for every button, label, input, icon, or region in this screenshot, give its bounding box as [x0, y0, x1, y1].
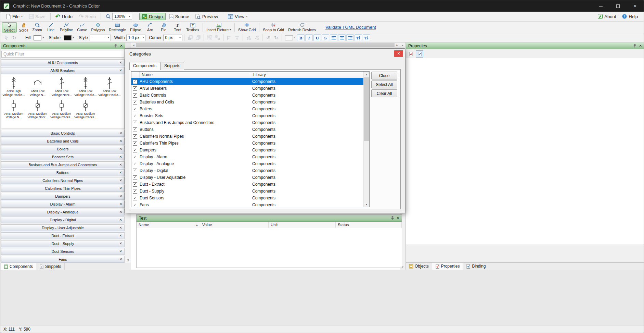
select-all-button[interactable]: Select All — [371, 81, 397, 88]
show-grid-tool-button[interactable]: Show Grid — [236, 22, 258, 33]
component-ansi-high-voltage-racka[interactable]: ANSI High Voltage Racka... — [2, 76, 26, 97]
component-ansi-low-voltage-racka[interactable]: ANSI Low Voltage Racka... — [74, 76, 98, 97]
textbox-tool-button[interactable]: TTextbox — [184, 22, 201, 33]
category-row-booster-sets[interactable]: ✓Booster SetsComponents — [131, 112, 363, 119]
maximize-button[interactable] — [609, 0, 627, 12]
close-icon[interactable]: ✕ — [119, 202, 122, 206]
scroll-left-arrow-icon[interactable]: ◂ — [131, 42, 136, 48]
close-icon[interactable]: ✕ — [119, 258, 122, 261]
align-center-button[interactable] — [338, 34, 346, 41]
category-batteries-and-coils[interactable]: Batteries and Coils✕ — [1, 138, 125, 145]
category-row-busbars-and-bus-jumps-and-connectors[interactable]: ✓Busbars and Bus Jumps and ConnectorsCom… — [131, 119, 363, 126]
scroll-up-arrow-icon[interactable]: ▴ — [400, 42, 405, 48]
pin-icon[interactable] — [114, 44, 117, 48]
close-icon[interactable]: ✕ — [119, 139, 122, 143]
category-row-display-alarm[interactable]: ✓Display - AlarmComponents — [131, 153, 363, 160]
dialog-tab-snippets[interactable]: Snippets — [160, 62, 184, 70]
pin-icon[interactable] — [391, 216, 394, 220]
category-row-ansi-breakers[interactable]: ✓ANSI BreakersComponents — [131, 85, 363, 92]
ungroup-icon[interactable] — [214, 34, 221, 41]
close-icon[interactable]: ✕ — [119, 147, 122, 151]
line-tool-button[interactable]: Line — [44, 22, 58, 33]
checkbox-checked-icon[interactable]: ✓ — [133, 169, 137, 173]
name-column-header[interactable]: Name — [139, 72, 251, 78]
checkbox-checked-icon[interactable]: ✓ — [133, 79, 137, 84]
category-row-buttons[interactable]: ✓ButtonsComponents — [131, 126, 363, 133]
category-fans[interactable]: Fans✕ — [1, 256, 125, 263]
category-booster-sets[interactable]: Booster Sets✕ — [1, 153, 125, 160]
test-column-value[interactable]: Value — [200, 222, 269, 228]
zoom-tool-button[interactable]: Zoom — [30, 22, 44, 33]
arc-tool-button[interactable]: Arc — [143, 22, 157, 33]
panel-tab-snippets[interactable]: Snippets — [36, 263, 65, 270]
component-ansi-medium-voltage-racka[interactable]: ANSI Medium Voltage Racka... — [74, 99, 98, 120]
design-button[interactable]: Design — [139, 13, 165, 20]
component-ansi-low-voltage-n[interactable]: ANSI Low Voltage N... — [26, 76, 50, 97]
category-row-fans[interactable]: ✓FansComponents — [131, 201, 363, 207]
close-icon[interactable]: ✕ — [119, 179, 122, 182]
category-calorifiers-thin-pipes[interactable]: Calorifiers Thin Pipes✕ — [1, 185, 125, 192]
close-icon[interactable]: ✕ — [119, 132, 122, 135]
transform-select-icon[interactable] — [2, 34, 10, 41]
category-row-display-user-adjustable[interactable]: ✓Display - User AdjustableComponents — [131, 174, 363, 181]
checkbox-checked-icon[interactable]: ✓ — [133, 141, 137, 146]
category-row-calorifiers-normal-pipes[interactable]: ✓Calorifiers Normal PipesComponents — [131, 133, 363, 140]
align-left-button[interactable] — [330, 34, 337, 41]
checkbox-checked-icon[interactable]: ✓ — [133, 107, 137, 111]
valign-top-button[interactable]: T — [355, 34, 362, 41]
flip-vertical-icon[interactable] — [253, 34, 260, 41]
component-ansi-medium-voltage-racka[interactable]: ANSI Medium Voltage Racka... — [50, 99, 74, 120]
bold-button[interactable]: B — [297, 34, 305, 41]
checkbox-checked-icon[interactable]: ✓ — [133, 196, 137, 200]
polygon-tool-button[interactable]: Polygon — [89, 22, 107, 33]
category-row-batteries-and-coils[interactable]: ✓Batteries and CoilsComponents — [131, 99, 363, 106]
scroll-down-arrow-icon[interactable]: ▼ — [125, 258, 131, 263]
line-style-combo[interactable]: ▾ — [90, 35, 111, 41]
scroll-tool-button[interactable]: Scroll — [17, 22, 30, 33]
close-icon[interactable]: ✕ — [119, 234, 122, 237]
help-button[interactable]: ?Help — [619, 13, 641, 20]
checkbox-checked-icon[interactable]: ✓ — [133, 134, 137, 139]
close-panel-icon[interactable]: ✕ — [639, 44, 642, 48]
category-duct-sensors[interactable]: Duct Sensors✕ — [1, 248, 125, 255]
clear-all-button[interactable]: Clear All — [371, 89, 397, 97]
underline-button[interactable]: U — [313, 34, 321, 41]
properties-filter-button-1[interactable] — [407, 50, 415, 58]
dialog-close-button[interactable]: ✕ — [394, 50, 403, 57]
close-icon[interactable]: ✕ — [119, 226, 122, 230]
close-button[interactable]: Close — [371, 72, 397, 79]
checkbox-checked-icon[interactable]: ✓ — [133, 100, 137, 104]
category-dampers[interactable]: Dampers✕ — [1, 193, 125, 200]
bring-to-front-icon[interactable] — [186, 34, 194, 41]
close-icon[interactable]: ✕ — [119, 218, 122, 222]
flip-horizontal-icon[interactable] — [245, 34, 253, 41]
panel-tab-components[interactable]: Components — [1, 263, 36, 270]
component-ansi-medium-voltage-n[interactable]: ANSI Medium Voltage N... — [2, 99, 26, 120]
view-button[interactable]: View▾ — [225, 13, 250, 20]
corner-radius-combo[interactable]: 0 px ▾ — [163, 35, 182, 41]
scroll-right-arrow-icon[interactable]: ▸ — [395, 42, 400, 48]
close-icon[interactable]: ✕ — [119, 250, 122, 253]
scroll-thumb[interactable] — [364, 77, 369, 141]
rotate-right-icon[interactable]: ↻ — [272, 34, 280, 41]
panel-tab-binding[interactable]: Binding — [463, 263, 489, 270]
category-row-boilers[interactable]: ✓BoilersComponents — [131, 106, 363, 112]
category-row-display-analogue[interactable]: ✓Display - AnalogueComponents — [131, 160, 363, 167]
checkbox-checked-icon[interactable]: ✓ — [133, 182, 137, 187]
source-button[interactable]: </>Source — [166, 13, 192, 20]
category-ansi-breakers[interactable]: ANSI Breakers✕ — [1, 67, 125, 74]
library-column-header[interactable]: Library — [251, 72, 363, 78]
category-ahu-components[interactable]: AHU Components✕ — [1, 59, 125, 66]
close-icon[interactable]: ✕ — [119, 187, 122, 190]
test-column-name[interactable]: Name▲ — [137, 222, 200, 228]
rectangle-tool-button[interactable]: Rectangle — [107, 22, 128, 33]
polyline-tool-button[interactable]: Polyline — [58, 22, 75, 33]
category-row-duct-supply[interactable]: ✓Duct - SupplyComponents — [131, 188, 363, 195]
redo-button[interactable]: ↷Redo — [76, 13, 99, 21]
category-row-calorifiers-thin-pipes[interactable]: ✓Calorifiers Thin PipesComponents — [131, 140, 363, 147]
horizontal-scroll-thumb[interactable] — [136, 43, 395, 47]
rotate-left-icon[interactable]: ↺ — [264, 34, 272, 41]
dialog-title-bar[interactable]: Categories — [125, 49, 405, 59]
close-icon[interactable]: ✕ — [119, 163, 122, 166]
canvas-horizontal-scrollbar[interactable]: ◂ ▸ — [131, 42, 400, 48]
